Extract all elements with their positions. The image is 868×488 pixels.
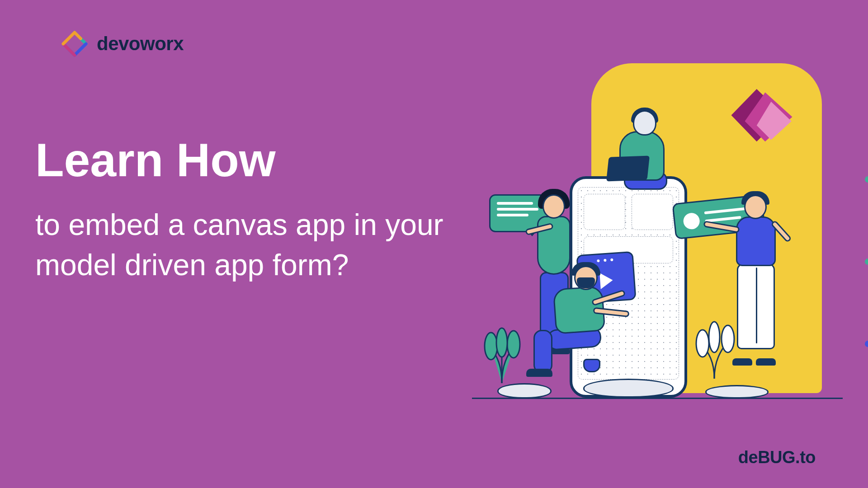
svg-point-3 xyxy=(485,333,497,360)
phone-slot xyxy=(632,194,673,230)
ground-line xyxy=(472,398,843,399)
laptop-icon xyxy=(606,155,650,181)
hero-illustration xyxy=(466,63,854,402)
stone-icon xyxy=(583,379,674,398)
person-kneeling-man xyxy=(515,262,633,380)
svg-point-6 xyxy=(696,330,709,357)
brand-bottom: deBUG.to xyxy=(738,448,816,467)
headline: Learn How to embed a canvas app in your … xyxy=(35,136,487,285)
svg-point-5 xyxy=(496,328,507,357)
stone-icon xyxy=(497,383,552,399)
brand-top: devoworx xyxy=(61,30,184,58)
headline-lead: Learn How xyxy=(35,136,487,185)
power-apps-icon xyxy=(728,81,796,149)
stone-icon xyxy=(705,385,769,399)
person-sitting-laptop xyxy=(606,104,687,194)
decorative-dot xyxy=(865,341,868,347)
person-standing-man xyxy=(719,192,800,364)
brand-top-name: devoworx xyxy=(97,33,184,55)
headline-sub: to embed a canvas app in your model driv… xyxy=(35,205,487,285)
svg-point-8 xyxy=(709,322,720,352)
decorative-dot xyxy=(865,176,868,183)
devoworx-diamond-icon xyxy=(61,30,89,58)
decorative-dot xyxy=(865,258,868,265)
